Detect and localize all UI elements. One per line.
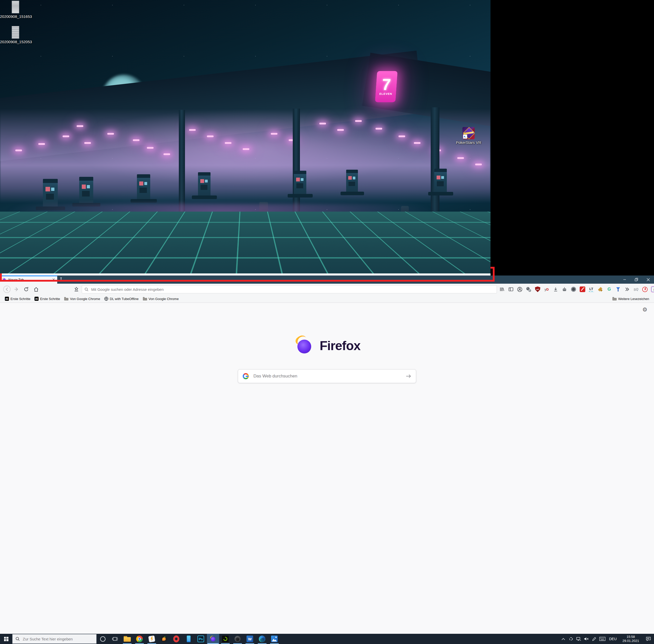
windows-logo-icon — [4, 637, 8, 641]
taskbar-winamp[interactable] — [146, 634, 158, 644]
lightning-extension-icon[interactable] — [641, 285, 649, 294]
search-submit-arrow-icon[interactable] — [406, 374, 411, 378]
search-icon — [16, 637, 20, 641]
clock[interactable]: 15:58 29.01.2021 — [619, 635, 643, 643]
pump-base — [192, 196, 217, 199]
gas-pump — [346, 170, 358, 193]
extension-spheres-icon[interactable] — [525, 285, 533, 294]
desktop-shortcut-pokerstars[interactable]: PokerStars VR — [453, 127, 484, 145]
volume-muted-icon[interactable] — [582, 634, 590, 644]
gas-pump — [294, 171, 306, 195]
taskbar-search-box[interactable] — [12, 634, 97, 644]
taskbar-opera[interactable] — [170, 634, 182, 644]
sq-extension-icon[interactable]: SQ — [632, 285, 640, 294]
web-search-input[interactable] — [253, 373, 402, 379]
gas-pump — [198, 172, 211, 197]
pokerstars-vr-icon — [462, 127, 475, 139]
photo-thumbnail-icon — [12, 1, 19, 13]
more-bookmarks[interactable]: Weitere Lesezeichen — [611, 296, 651, 302]
taskbar-gray-app[interactable] — [231, 634, 244, 644]
magic-wand-extension-icon[interactable] — [578, 285, 586, 294]
url-bar[interactable] — [82, 285, 497, 293]
back-button[interactable] — [3, 285, 11, 294]
pump-base — [131, 199, 157, 203]
windows-ink-pen-icon[interactable] — [590, 634, 598, 644]
navigation-toolbar: uO yD LT G SQ — [0, 284, 654, 295]
action-center-icon[interactable] — [643, 634, 654, 644]
globe-icon — [104, 297, 108, 301]
taskbar-photoshop[interactable]: Ps — [195, 634, 207, 644]
photo-thumbnail-icon — [12, 26, 19, 39]
downloads-icon[interactable] — [552, 285, 559, 294]
account-icon[interactable] — [516, 285, 524, 294]
bookmark-folder-von-google-chrome-1[interactable]: Von Google Chrome — [62, 296, 102, 302]
sidebar-icon[interactable] — [507, 285, 515, 294]
ublock-origin-icon[interactable]: uO — [534, 285, 542, 294]
import-bookmark-icon[interactable] — [72, 285, 81, 294]
gold-arrow-extension-icon[interactable] — [596, 285, 604, 294]
taskbar-photos[interactable] — [268, 634, 281, 644]
home-button[interactable] — [32, 285, 40, 294]
taskbar-fl-studio[interactable] — [158, 634, 170, 644]
tray-utility-icon[interactable] — [567, 634, 575, 644]
funnel-extension-icon[interactable] — [614, 285, 622, 294]
touch-keyboard-icon[interactable] — [598, 634, 607, 644]
gas-pump — [137, 174, 150, 200]
forward-button[interactable] — [12, 285, 21, 294]
language-indicator[interactable]: DEU — [607, 637, 619, 641]
canopy-light — [243, 148, 249, 150]
photos-icon — [271, 636, 278, 642]
languagetool-icon[interactable]: LT — [587, 285, 595, 294]
desktop-file-icon-1[interactable]: 20200908_151653 — [0, 1, 31, 19]
photoshop-icon: Ps — [197, 636, 204, 642]
taskbar-chrome[interactable] — [133, 634, 146, 644]
taskbar-firefox[interactable] — [207, 634, 219, 644]
bookmark-erste-schritte-1[interactable]: m Erste Schritte — [3, 296, 32, 302]
bookmark-dl-with-tubeoffline[interactable]: DL with TubeOffline — [102, 296, 141, 302]
canopy-light — [189, 129, 196, 131]
taskbar-your-phone[interactable] — [182, 634, 195, 644]
canopy-light — [63, 135, 69, 137]
canopy-light — [133, 139, 139, 141]
taskbar-nvidia[interactable] — [219, 634, 231, 644]
overflow-chevrons-icon[interactable] — [623, 285, 631, 294]
close-button[interactable] — [642, 275, 654, 284]
web-search-box[interactable] — [238, 369, 416, 383]
windows-taskbar: Ps W DEU 15:58 29.01.2021 — [0, 634, 654, 644]
page-settings-gear-icon[interactable]: ⚙ — [642, 306, 647, 313]
firefox-brand: Firefox — [294, 335, 360, 356]
robot-extension-icon[interactable] — [560, 285, 568, 294]
reload-button[interactable] — [22, 285, 31, 294]
wheel-extension-icon[interactable] — [569, 285, 577, 294]
taskbar-word[interactable]: W — [244, 634, 256, 644]
phone-icon — [187, 636, 191, 642]
start-button[interactable] — [0, 634, 12, 644]
taskbar-edge[interactable] — [256, 634, 268, 644]
search-icon — [85, 288, 88, 291]
firefox-icon — [210, 636, 217, 642]
yd-extension-icon[interactable]: yD — [543, 285, 551, 294]
taskbar-search-input[interactable] — [22, 637, 93, 641]
minimize-button[interactable] — [619, 275, 630, 284]
file-explorer-icon — [124, 636, 131, 642]
bookmark-erste-schritte-2[interactable]: m Erste Schritte — [33, 296, 62, 302]
network-icon[interactable] — [575, 634, 582, 644]
restore-button[interactable] — [630, 275, 642, 284]
taskbar-file-explorer[interactable] — [121, 634, 133, 644]
canopy-light — [271, 133, 277, 135]
cortana-button[interactable] — [97, 634, 109, 644]
url-input[interactable] — [91, 287, 494, 292]
bookmark-folder-von-google-chrome-2[interactable]: Von Google Chrome — [141, 296, 181, 302]
task-view-button[interactable] — [109, 634, 121, 644]
canopy-light — [475, 164, 482, 165]
firefox-wordmark: Firefox — [320, 338, 360, 353]
tray-chevron-up-icon[interactable] — [559, 634, 567, 644]
library-icon[interactable] — [498, 285, 506, 294]
folder-icon — [143, 297, 147, 301]
seven-eleven-sign: 7 ELEVEN — [375, 71, 398, 102]
edge-icon — [259, 636, 265, 642]
desktop-file-icon-2[interactable]: 20200908_152053 — [0, 26, 31, 44]
nvidia-icon — [222, 636, 229, 642]
g-extension-icon[interactable]: G — [605, 285, 613, 294]
tiktok-extension-icon[interactable]: ♪ — [650, 285, 654, 294]
